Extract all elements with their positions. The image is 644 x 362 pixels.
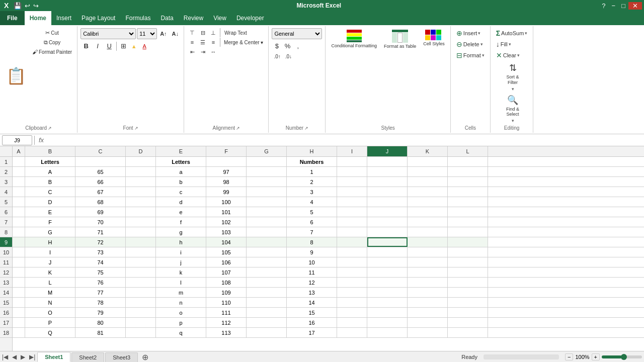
grid-cell-A2[interactable] xyxy=(13,167,25,176)
grid-cell-E14[interactable]: m xyxy=(156,288,206,297)
grid-cell-I12[interactable] xyxy=(337,267,367,277)
help-btn[interactable]: ? xyxy=(599,2,608,10)
grid-cell-D7[interactable] xyxy=(126,217,156,227)
grid-cell-H12[interactable]: 11 xyxy=(287,267,337,277)
grid-cell-C12[interactable]: 75 xyxy=(75,267,126,277)
grid-cell-E10[interactable]: i xyxy=(156,247,206,257)
grid-cell-F16[interactable]: 111 xyxy=(206,308,247,317)
grid-cell-E15[interactable]: n xyxy=(156,298,206,307)
redo-quick-btn[interactable]: ↪ xyxy=(33,2,39,10)
grid-cell-G3[interactable] xyxy=(247,177,287,187)
insert-cell-btn[interactable]: ⊕ Insert ▾ xyxy=(454,28,484,38)
grid-cell-A1[interactable] xyxy=(13,157,25,166)
grid-cell-F10[interactable]: 105 xyxy=(206,247,247,257)
alignment-expand-icon[interactable]: ↗ xyxy=(236,126,240,131)
grid-cell-D3[interactable] xyxy=(126,177,156,187)
grid-cell-E4[interactable]: c xyxy=(156,187,206,197)
grid-cell-C6[interactable]: 69 xyxy=(75,207,126,217)
grid-cell-J8[interactable] xyxy=(367,227,408,237)
row-num-8[interactable]: 8 xyxy=(0,227,12,237)
grid-cell-B16[interactable]: O xyxy=(25,308,75,317)
grid-cell-E8[interactable]: g xyxy=(156,227,206,237)
grid-cell-C17[interactable]: 80 xyxy=(75,318,126,327)
format-cell-btn[interactable]: ⊟ Format ▾ xyxy=(454,50,487,60)
italic-button[interactable]: I xyxy=(92,41,103,51)
grid-cell-I13[interactable] xyxy=(337,278,367,287)
grid-cell-A6[interactable] xyxy=(13,207,25,217)
delete-cell-btn[interactable]: ⊖ Delete ▾ xyxy=(454,39,486,49)
grid-cell-K8[interactable] xyxy=(408,227,448,237)
grid-cell-D9[interactable] xyxy=(126,237,156,247)
zoom-in-btn[interactable]: + xyxy=(592,353,600,360)
decrease-font-btn[interactable]: A↓ xyxy=(170,29,181,38)
sheet-tab-3[interactable]: Sheet3 xyxy=(105,352,138,362)
grid-cell-C11[interactable]: 74 xyxy=(75,257,126,267)
row-num-4[interactable]: 4 xyxy=(0,187,12,197)
grid-cell-A13[interactable] xyxy=(13,278,25,287)
grid-cell-B17[interactable]: P xyxy=(25,318,75,327)
grid-cell-H15[interactable]: 14 xyxy=(287,298,337,307)
grid-cell-K7[interactable] xyxy=(408,217,448,227)
tab-review[interactable]: Review xyxy=(179,11,208,25)
grid-cell-B14[interactable]: M xyxy=(25,288,75,297)
grid-cell-D11[interactable] xyxy=(126,257,156,267)
grid-cell-E12[interactable]: k xyxy=(156,267,206,277)
grid-cell-J12[interactable] xyxy=(367,267,408,277)
grid-cell-E6[interactable]: e xyxy=(156,207,206,217)
number-expand-icon[interactable]: ↗ xyxy=(304,126,308,131)
grid-cell-G1[interactable] xyxy=(247,157,287,166)
number-format-select[interactable]: General xyxy=(272,28,322,39)
grid-cell-I5[interactable] xyxy=(337,197,367,207)
grid-cell-H18[interactable]: 17 xyxy=(287,328,337,337)
col-header-J[interactable]: J xyxy=(367,146,408,156)
col-header-D[interactable]: D xyxy=(126,146,156,156)
grid-cell-K2[interactable] xyxy=(408,167,448,176)
grid-cell-E3[interactable]: b xyxy=(156,177,206,187)
sheet-tab-1[interactable]: Sheet1 xyxy=(37,352,70,362)
grid-cell-A14[interactable] xyxy=(13,288,25,297)
minimize-btn[interactable]: − xyxy=(609,2,619,10)
decrease-indent-btn[interactable]: ⇤ xyxy=(187,47,197,56)
sheet-tab-2[interactable]: Sheet2 xyxy=(71,352,104,362)
grid-cell-G10[interactable] xyxy=(247,247,287,257)
grid-cell-L16[interactable] xyxy=(448,308,488,317)
increase-font-btn[interactable]: A↑ xyxy=(158,29,169,38)
row-num-17[interactable]: 17 xyxy=(0,318,12,328)
grid-cell-F4[interactable]: 99 xyxy=(206,187,247,197)
conditional-formatting-btn[interactable]: Conditional Formatting xyxy=(329,28,379,50)
clear-btn[interactable]: ✕ Clear ▾ xyxy=(494,50,522,60)
zoom-slider[interactable] xyxy=(602,355,642,358)
grid-cell-A11[interactable] xyxy=(13,257,25,267)
grid-cell-I6[interactable] xyxy=(337,207,367,217)
grid-cell-J17[interactable] xyxy=(367,318,408,327)
grid-cell-J3[interactable] xyxy=(367,177,408,187)
font-expand-icon[interactable]: ↗ xyxy=(134,126,138,131)
grid-cell-I2[interactable] xyxy=(337,167,367,176)
grid-cell-F9[interactable]: 104 xyxy=(206,237,247,247)
grid-cell-K9[interactable] xyxy=(408,237,448,247)
format-painter-button[interactable]: 🖌 Format Painter xyxy=(30,47,74,56)
tab-view[interactable]: View xyxy=(208,11,231,25)
grid-cell-C2[interactable]: 65 xyxy=(75,167,126,176)
tab-developer[interactable]: Developer xyxy=(231,11,269,25)
align-center-btn[interactable]: ☰ xyxy=(198,38,208,47)
grid-cell-J18[interactable] xyxy=(367,328,408,337)
grid-cell-I8[interactable] xyxy=(337,227,367,237)
font-size-select[interactable]: 11 xyxy=(137,28,157,39)
grid-cell-D13[interactable] xyxy=(126,278,156,287)
grid-cell-F8[interactable]: 103 xyxy=(206,227,247,237)
grid-cell-K3[interactable] xyxy=(408,177,448,187)
cell-styles-btn[interactable]: Cell Styles xyxy=(421,28,447,48)
grid-cell-L15[interactable] xyxy=(448,298,488,307)
grid-cell-E16[interactable]: o xyxy=(156,308,206,317)
underline-button[interactable]: U xyxy=(104,41,115,51)
grid-cell-H16[interactable]: 15 xyxy=(287,308,337,317)
grid-cell-A7[interactable] xyxy=(13,217,25,227)
grid-cell-K12[interactable] xyxy=(408,267,448,277)
grid-cell-F18[interactable]: 113 xyxy=(206,328,247,337)
grid-cell-I4[interactable] xyxy=(337,187,367,197)
grid-cell-C10[interactable]: 73 xyxy=(75,247,126,257)
percent-btn[interactable]: % xyxy=(282,41,292,51)
sort-filter-btn[interactable]: ⇅ Sort &Filter ▾ xyxy=(500,61,525,93)
find-select-btn[interactable]: 🔍 Find &Select ▾ xyxy=(500,94,525,125)
